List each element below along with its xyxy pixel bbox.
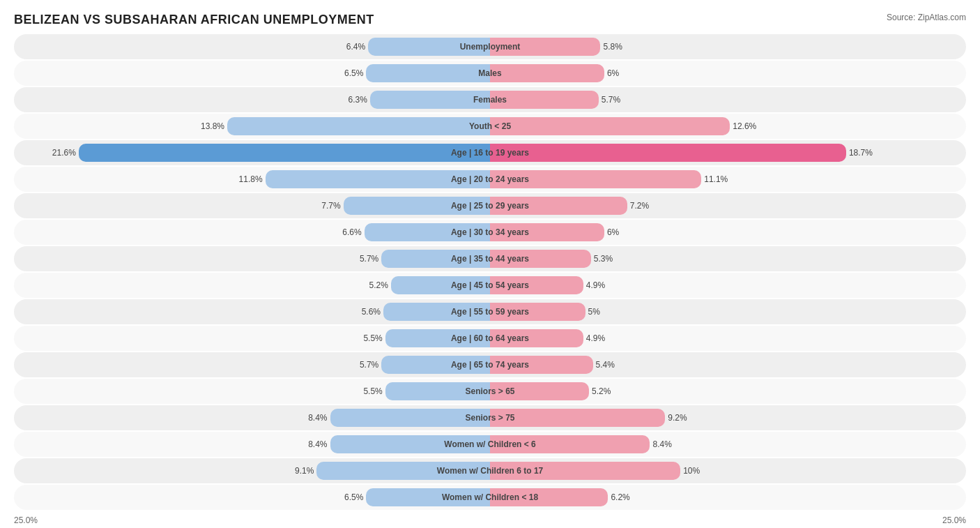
right-value: 11.1% — [704, 174, 728, 184]
bar-row: Age | 55 to 59 years 5.6% 5% — [14, 299, 966, 324]
left-bar — [391, 276, 490, 294]
right-bar — [490, 356, 593, 374]
right-value: 9.2% — [668, 413, 687, 423]
left-bar — [79, 144, 490, 162]
right-bar — [490, 329, 583, 347]
right-value: 6% — [607, 227, 619, 237]
left-bar — [330, 435, 490, 453]
right-value: 7.2% — [630, 201, 649, 211]
left-value: 5.5% — [363, 333, 382, 343]
left-value: 5.2% — [369, 280, 388, 290]
left-value: 13.8% — [201, 121, 224, 131]
right-value: 8.4% — [652, 439, 671, 449]
left-value: 5.6% — [362, 307, 381, 317]
bar-row: Age | 30 to 34 years 6.6% 6% — [14, 220, 966, 245]
right-value: 10% — [683, 466, 700, 476]
left-bar — [330, 409, 490, 427]
right-bar — [490, 488, 608, 506]
bar-row: Seniors > 75 8.4% 9.2% — [14, 405, 966, 430]
left-value: 5.5% — [363, 386, 382, 396]
axis-right: 25.0% — [942, 515, 966, 525]
left-value: 7.7% — [321, 201, 340, 211]
bar-row: Age | 20 to 24 years 11.8% 11.1% — [14, 167, 966, 192]
right-bar — [490, 91, 599, 109]
left-bar — [344, 197, 490, 215]
right-bar — [490, 38, 600, 56]
left-bar — [381, 356, 490, 374]
right-value: 5.3% — [594, 254, 613, 264]
chart-header: BELIZEAN VS SUBSAHARAN AFRICAN UNEMPLOYM… — [14, 13, 966, 27]
right-value: 4.9% — [586, 333, 605, 343]
right-value: 5.7% — [602, 95, 620, 105]
left-bar — [266, 170, 490, 188]
right-bar — [490, 435, 650, 453]
right-value: 6.2% — [611, 492, 629, 502]
left-bar — [368, 38, 490, 56]
left-value: 8.4% — [308, 413, 327, 423]
left-value: 6.3% — [349, 95, 367, 105]
right-bar — [490, 462, 680, 480]
chart-title: BELIZEAN VS SUBSAHARAN AFRICAN UNEMPLOYM… — [14, 13, 374, 27]
bar-row: Seniors > 65 5.5% 5.2% — [14, 379, 966, 404]
left-value: 21.6% — [52, 148, 76, 158]
right-bar — [490, 117, 730, 135]
bar-row: Age | 25 to 29 years 7.7% 7.2% — [14, 193, 966, 218]
bar-row: Age | 45 to 54 years 5.2% 4.9% — [14, 273, 966, 298]
right-value: 5.8% — [603, 42, 622, 52]
left-bar — [316, 462, 490, 480]
right-bar — [490, 250, 591, 268]
left-value: 11.8% — [239, 174, 263, 184]
right-value: 18.7% — [849, 148, 873, 158]
left-value: 6.5% — [344, 492, 363, 502]
right-bar — [490, 409, 665, 427]
bar-row: Age | 60 to 64 years 5.5% 4.9% — [14, 326, 966, 351]
bar-row: Youth < 25 13.8% 12.6% — [14, 114, 966, 139]
right-bar — [490, 170, 701, 188]
chart-source: Source: ZipAtlas.com — [887, 13, 966, 22]
left-bar — [370, 91, 490, 109]
chart-area: Unemployment 6.4% 5.8% Males 6.5% 6% Fem… — [14, 34, 966, 510]
bar-row: Age | 35 to 44 years 5.7% 5.3% — [14, 246, 966, 271]
right-bar — [490, 223, 604, 241]
left-value: 6.6% — [342, 227, 361, 237]
bar-row: Age | 16 to 19 years 21.6% 18.7% — [14, 140, 966, 165]
right-value: 5.2% — [592, 386, 611, 396]
left-bar — [365, 223, 490, 241]
right-bar — [490, 144, 846, 162]
right-value: 4.9% — [586, 280, 605, 290]
bar-row: Women w/ Children 6 to 17 9.1% 10% — [14, 458, 966, 483]
right-value: 12.6% — [733, 121, 756, 131]
bar-row: Women w/ Children < 18 6.5% 6.2% — [14, 485, 966, 510]
left-value: 8.4% — [308, 439, 327, 449]
right-value: 5% — [588, 307, 600, 317]
left-value: 6.5% — [344, 68, 363, 78]
left-value: 5.7% — [360, 360, 378, 370]
right-bar — [490, 276, 583, 294]
left-bar — [385, 329, 490, 347]
bar-row: Males 6.5% 6% — [14, 61, 966, 86]
right-bar — [490, 64, 604, 82]
right-bar — [490, 197, 627, 215]
left-value: 9.1% — [295, 466, 314, 476]
left-bar — [366, 64, 490, 82]
chart-container: BELIZEAN VS SUBSAHARAN AFRICAN UNEMPLOYM… — [0, 0, 980, 528]
bar-row: Females 6.3% 5.7% — [14, 87, 966, 112]
left-bar — [381, 250, 490, 268]
left-value: 6.4% — [346, 42, 365, 52]
bar-row: Age | 65 to 74 years 5.7% 5.4% — [14, 352, 966, 377]
bar-row: Women w/ Children < 6 8.4% 8.4% — [14, 432, 966, 457]
left-bar — [227, 117, 490, 135]
right-bar — [490, 303, 585, 321]
left-bar — [366, 488, 490, 506]
left-bar — [385, 382, 490, 400]
right-value: 6% — [607, 68, 619, 78]
left-value: 5.7% — [360, 254, 378, 264]
right-bar — [490, 382, 589, 400]
left-bar — [383, 303, 490, 321]
axis-row: 25.0% 25.0% — [14, 515, 966, 525]
right-value: 5.4% — [596, 360, 615, 370]
axis-left: 25.0% — [14, 515, 38, 525]
bar-row: Unemployment 6.4% 5.8% — [14, 34, 966, 59]
